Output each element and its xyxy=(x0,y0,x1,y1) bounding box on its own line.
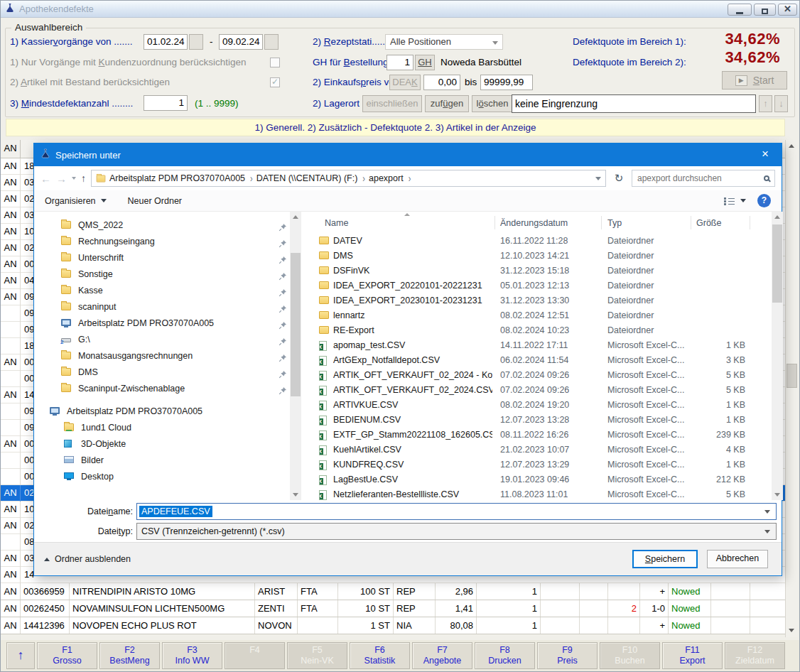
function-key-button[interactable]: F5 Nein-VK xyxy=(287,642,347,669)
scroll-up-button[interactable] xyxy=(786,140,798,152)
scrollbar-thumb[interactable] xyxy=(772,224,782,303)
new-folder-button[interactable]: Neuer Ordner xyxy=(128,196,182,206)
scrollbar-thumb[interactable] xyxy=(291,253,301,396)
function-key-button[interactable]: F12 Zieldatum xyxy=(725,642,785,669)
column-header-name[interactable]: Name xyxy=(325,218,348,228)
date-from-input[interactable]: 01.02.24 xyxy=(144,34,188,50)
file-row[interactable]: KuehlArtikel.CSV 21.02.2023 10:07 Micros… xyxy=(310,443,772,458)
maximize-button[interactable] xyxy=(754,4,776,16)
product-row[interactable]: AN 00366959 NITRENDIPIN ARISTO 10MG ARIS… xyxy=(1,583,785,600)
dialog-close-button[interactable]: × xyxy=(749,143,782,166)
bestand-checkbox[interactable] xyxy=(270,77,280,87)
folder-tree-item[interactable]: Unterschrift xyxy=(34,250,307,266)
product-row[interactable]: AN 14412396 NOVOPEN ECHO PLUS ROT NOVON … xyxy=(1,617,785,634)
file-row[interactable]: ArtGExp_Notfalldepot.CSV 06.02.2024 11:5… xyxy=(310,354,772,369)
file-row[interactable]: RE-Export 08.02.2024 10:23 Dateiordner xyxy=(310,324,772,339)
loeschen-button[interactable]: löschen xyxy=(472,95,513,112)
up-folder-icon[interactable]: ↑ xyxy=(81,173,86,183)
column-header-date[interactable]: Änderungsdatum xyxy=(500,218,568,228)
file-row[interactable]: DSFinVK 31.12.2023 15:18 Dateiordner xyxy=(310,264,772,279)
folder-tree-item[interactable]: 1und1 Cloud xyxy=(34,420,307,436)
function-key-button[interactable]: F10 Buchen xyxy=(600,642,660,669)
main-scrollbar[interactable] xyxy=(785,140,798,637)
file-row[interactable]: DATEV 16.11.2022 11:28 Dateiordner xyxy=(310,234,772,249)
move-down-button[interactable]: ↓ xyxy=(774,95,788,112)
product-row[interactable]: AN 00262450 NOVAMINSULFON LICHTEN500MG Z… xyxy=(1,600,785,617)
file-row[interactable]: BEDIENUM.CSV 12.07.2023 13:28 Microsoft … xyxy=(310,413,772,428)
chevron-down-icon[interactable] xyxy=(764,530,770,533)
close-button[interactable]: ✕ xyxy=(778,4,797,16)
refresh-icon[interactable]: ↻ xyxy=(611,170,627,187)
date-to-input[interactable]: 09.02.24 xyxy=(219,34,263,50)
einschliessen-button[interactable]: einschließen xyxy=(362,95,422,112)
mindestdefekt-input[interactable]: 1 xyxy=(144,95,188,111)
date-to-picker-button[interactable] xyxy=(264,34,279,50)
breadcrumb[interactable]: Arbeitsplatz PDM PRO37070A005› DATEN (\\… xyxy=(91,170,606,187)
function-key-button[interactable]: F8 Drucken xyxy=(475,642,535,669)
forward-icon[interactable]: → xyxy=(56,173,67,184)
folder-tree-item[interactable]: Scaninput-Zwischenablage xyxy=(34,381,307,397)
history-chevron-icon[interactable] xyxy=(72,177,76,180)
folder-tree-scrollbar[interactable] xyxy=(290,212,301,500)
file-row[interactable]: IDEA_EXPORT_20220101-20221231 05.01.2023… xyxy=(310,279,772,294)
function-key-button[interactable]: F4 xyxy=(225,642,285,669)
breadcrumb-item[interactable]: apexport› xyxy=(369,173,411,183)
dialog-titlebar[interactable]: Speichern unter × xyxy=(34,143,782,166)
breadcrumb-item[interactable]: DATEN (\\CENTAUR) (F:)› xyxy=(256,173,365,183)
file-row[interactable]: EXTF_GP_Stamm20221108_162605.CSV 08.11.2… xyxy=(310,428,772,443)
back-icon[interactable]: ← xyxy=(40,173,51,184)
file-row[interactable]: apomap_test.CSV 14.11.2022 17:11 Microso… xyxy=(310,339,772,354)
file-list-scrollbar[interactable] xyxy=(772,212,783,500)
preis-bis-input[interactable]: 99999,99 xyxy=(480,75,533,90)
minimize-button[interactable] xyxy=(728,4,752,16)
folder-tree-item[interactable]: Rechnungseingang xyxy=(34,234,307,250)
scroll-down-button[interactable] xyxy=(786,624,798,636)
folder-tree-item[interactable]: Monatsausgangsrechnungen xyxy=(34,348,307,364)
folder-tree-item[interactable]: 3D-Objekte xyxy=(34,436,307,452)
folder-tree-item[interactable]: Arbeitsplatz PDM PRO37070A005 xyxy=(34,403,307,420)
move-up-button[interactable]: ↑ xyxy=(759,95,772,112)
filename-input[interactable]: APDEFEUE.CSV xyxy=(136,503,777,520)
breadcrumb-item[interactable]: Arbeitsplatz PDM PRO37070A005› xyxy=(109,173,253,183)
scrollbar-thumb[interactable] xyxy=(787,364,797,388)
folder-tree-item[interactable]: Kasse xyxy=(34,283,307,299)
column-header-type[interactable]: Typ xyxy=(607,218,622,228)
file-row[interactable]: KUNDFREQ.CSV 12.07.2023 13:29 Microsoft … xyxy=(310,458,772,473)
function-key-button[interactable]: F3 Info WW xyxy=(162,642,222,669)
file-row[interactable]: lennartz 08.02.2024 12:51 Dateiordner xyxy=(310,309,772,324)
file-row[interactable]: DMS 12.10.2023 14:21 Dateiordner xyxy=(310,249,772,264)
folder-tree-item[interactable]: QMS_2022 xyxy=(34,217,307,234)
file-row[interactable]: Netzlieferanten-Bestellliste.CSV 11.08.2… xyxy=(310,488,772,500)
help-icon[interactable]: ? xyxy=(757,194,771,207)
search-box[interactable] xyxy=(632,170,775,187)
function-key-button[interactable]: F1 Grosso xyxy=(37,642,97,669)
organize-menu[interactable]: Organisieren xyxy=(45,196,107,206)
filetype-select[interactable]: CSV (Trennzeichen-getrennt) (*.csv) xyxy=(136,523,777,540)
function-key-button[interactable]: F9 Preis xyxy=(537,642,598,669)
function-key-button[interactable]: F2 BestMeng xyxy=(99,642,160,669)
function-key-button[interactable]: F6 Statistik xyxy=(350,642,410,669)
function-key-button[interactable]: F7 Angebote xyxy=(412,642,472,669)
views-button[interactable] xyxy=(724,197,746,205)
chevron-down-icon[interactable] xyxy=(764,510,770,514)
file-row[interactable]: ARTIK_OFT_VERKAUFT_02_2024 - Kopie.C... … xyxy=(310,369,772,384)
folder-tree-item[interactable]: scaninput xyxy=(34,299,307,315)
gh-button[interactable]: GH xyxy=(415,55,435,70)
file-row[interactable]: IDEA_EXPORT_20230101-20231231 31.12.2023… xyxy=(310,294,772,309)
folder-tree-item[interactable]: Sonstige xyxy=(34,266,307,283)
file-row[interactable]: ARTIK_OFT_VERKAUFT_02_2024.CSV 07.02.202… xyxy=(310,384,772,399)
file-row[interactable]: ARTIVKUE.CSV 08.02.2024 19:20 Microsoft … xyxy=(310,399,772,413)
function-key-button[interactable]: F11 Export xyxy=(662,642,723,669)
save-button[interactable]: Speichern xyxy=(632,550,698,568)
column-header-size[interactable]: Größe xyxy=(696,218,721,228)
kundenzuordnung-checkbox[interactable] xyxy=(270,58,280,67)
function-key-button[interactable]: ↑ xyxy=(6,642,35,669)
folder-tree-item[interactable]: G:\ xyxy=(34,332,307,348)
start-button[interactable]: ▶Start xyxy=(722,71,787,90)
cancel-button[interactable]: Abbrechen xyxy=(707,550,768,568)
folder-tree-item[interactable]: Desktop xyxy=(34,469,307,485)
preis-von-input[interactable]: 0,00 xyxy=(423,75,460,90)
gh-count-input[interactable]: 1 xyxy=(387,55,413,70)
rezeptstatus-select[interactable]: Alle Positionen xyxy=(385,34,503,50)
file-row[interactable]: LagBestUe.CSV 19.01.2023 09:46 Microsoft… xyxy=(310,473,772,488)
